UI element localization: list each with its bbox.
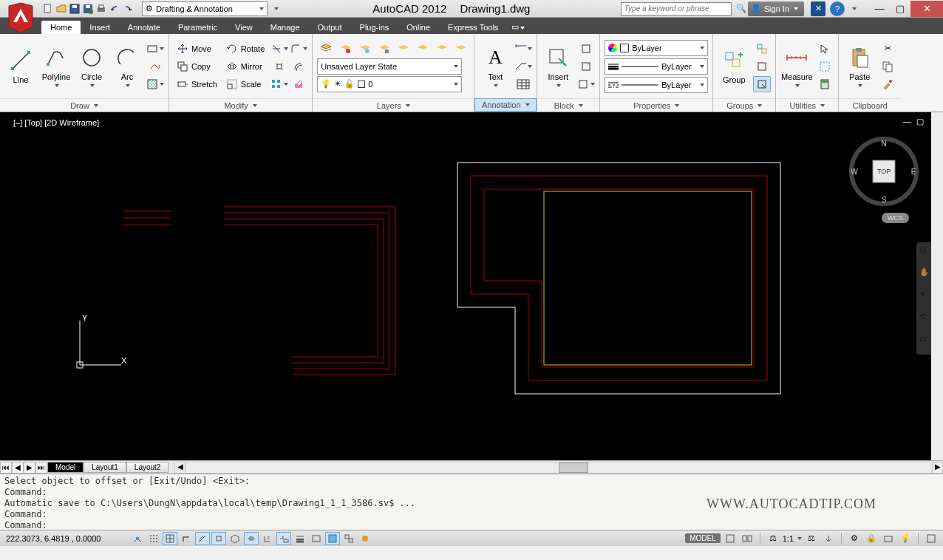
save-icon[interactable]	[68, 2, 81, 16]
offset-icon[interactable]	[290, 58, 307, 75]
workspace-selector[interactable]: ⚙ Drafting & Annotation	[142, 1, 268, 16]
status-ws-icon[interactable]: ⚙	[847, 532, 862, 545]
arc-tool[interactable]: Arc	[111, 41, 143, 92]
polyline-tool[interactable]: Polyline	[40, 41, 72, 92]
status-dyn-icon[interactable]	[276, 532, 291, 545]
panel-title-utilities[interactable]: Utilities	[776, 98, 838, 112]
status-polar-icon[interactable]	[195, 532, 210, 545]
select-icon[interactable]	[816, 41, 834, 57]
copy-tool[interactable]: Copy	[174, 58, 220, 75]
status-tpy-icon[interactable]	[309, 532, 324, 545]
layer-lock-icon[interactable]	[375, 41, 392, 57]
table-icon[interactable]	[514, 76, 532, 92]
status-isolate-icon[interactable]: 💡	[898, 532, 913, 545]
status-modelspace-icon[interactable]	[723, 532, 738, 545]
open-icon[interactable]	[55, 2, 68, 16]
tab-last-icon[interactable]: ⏭	[35, 462, 47, 474]
status-osnap-icon[interactable]	[211, 532, 226, 545]
calc-icon[interactable]	[816, 76, 834, 92]
minimize-button[interactable]: —	[869, 1, 890, 17]
help-dropdown[interactable]	[847, 2, 860, 16]
status-sc-icon[interactable]	[341, 532, 356, 545]
status-am-icon[interactable]	[358, 532, 372, 545]
command-window[interactable]: Select object to offset or [Exit/Undo] <…	[0, 474, 943, 530]
saveas-icon[interactable]	[81, 2, 95, 16]
status-clean-icon[interactable]	[924, 532, 939, 545]
layer-properties-icon[interactable]	[317, 41, 335, 57]
block-attr-icon[interactable]	[577, 76, 595, 92]
panel-title-groups[interactable]: Groups	[713, 98, 775, 112]
print-icon[interactable]	[95, 2, 108, 16]
matchprop-icon[interactable]	[879, 76, 896, 92]
line-tool[interactable]: Line	[4, 41, 37, 92]
rectangle-icon[interactable]	[146, 41, 164, 57]
qat-more-icon[interactable]	[269, 2, 282, 16]
status-3dosnap-icon[interactable]	[228, 532, 242, 545]
status-ortho-icon[interactable]	[179, 532, 194, 545]
layer-isolate-icon[interactable]	[452, 41, 469, 57]
tab-output[interactable]: Output	[309, 21, 351, 34]
current-layer-dropdown[interactable]: 💡 ☀ 🔓 0	[317, 76, 462, 92]
lineweight-dropdown[interactable]: ByLayer	[605, 58, 708, 75]
measure-tool[interactable]: Measure	[780, 41, 813, 92]
paste-tool[interactable]: Paste	[843, 41, 876, 92]
cut-icon[interactable]: ✂	[879, 41, 896, 57]
status-hardware-icon[interactable]	[881, 532, 896, 545]
layer-state-dropdown[interactable]: Unsaved Layer State	[317, 58, 462, 75]
status-qp-icon[interactable]	[325, 532, 340, 545]
layer-freeze-icon[interactable]	[355, 41, 373, 57]
trim-icon[interactable]	[270, 41, 288, 57]
new-icon[interactable]	[41, 2, 55, 16]
tab-next-icon[interactable]: ▶	[24, 462, 35, 474]
spline-icon[interactable]	[146, 58, 164, 75]
model-tab-layout1[interactable]: Layout1	[84, 462, 126, 473]
layer-previous-icon[interactable]	[432, 41, 450, 57]
panel-title-block[interactable]: Block	[537, 98, 599, 112]
undo-icon[interactable]	[108, 2, 121, 16]
tab-extra-icon[interactable]: ▭	[507, 20, 529, 34]
ungroup-icon[interactable]	[753, 41, 771, 57]
panel-title-layers[interactable]: Layers	[313, 98, 474, 112]
layer-plot-icon[interactable]	[394, 41, 412, 57]
rotate-tool[interactable]: Rotate	[223, 41, 268, 57]
layer-off-icon[interactable]	[336, 41, 354, 57]
status-infer-icon[interactable]	[130, 532, 145, 545]
tab-express[interactable]: Express Tools	[439, 21, 507, 34]
tab-parametric[interactable]: Parametric	[169, 21, 226, 34]
status-quickview-icon[interactable]	[740, 532, 755, 545]
group-select-icon[interactable]	[753, 76, 771, 92]
block-create-icon[interactable]	[577, 41, 595, 57]
panel-title-properties[interactable]: Properties	[600, 98, 712, 112]
drawing-area[interactable]: [–] [Top] [2D Wireframe] — ▢ ✕ Y X	[0, 112, 943, 460]
status-ducs-icon[interactable]: Z	[260, 532, 275, 545]
maximize-button[interactable]: ▢	[890, 1, 910, 17]
tab-plugins[interactable]: Plug-ins	[351, 21, 398, 34]
group-edit-icon[interactable]	[753, 58, 771, 75]
exchange-icon[interactable]: ✕	[811, 1, 825, 16]
dimension-icon[interactable]	[514, 41, 532, 57]
close-button[interactable]: ✕	[910, 1, 943, 17]
search-icon[interactable]: 🔍	[735, 2, 748, 16]
fillet-icon[interactable]	[290, 41, 307, 57]
layer-match-icon[interactable]	[413, 41, 431, 57]
signin-button[interactable]: 👤 Sign In	[748, 1, 804, 16]
copy-clip-icon[interactable]	[879, 58, 896, 75]
annotation-scale[interactable]: 1:1	[783, 534, 794, 543]
status-grid-icon[interactable]	[163, 532, 177, 545]
tab-insert[interactable]: Insert	[81, 21, 119, 34]
redo-icon[interactable]	[121, 2, 135, 16]
panel-title-draw[interactable]: Draw	[0, 98, 168, 112]
group-tool[interactable]: Group	[718, 41, 750, 92]
status-lock-icon[interactable]: 🔒	[864, 532, 879, 545]
explode-icon[interactable]	[270, 58, 288, 75]
text-tool[interactable]: A Text	[479, 41, 511, 92]
move-tool[interactable]: Move	[174, 41, 220, 57]
wcs-badge[interactable]: WCS	[882, 213, 909, 223]
panel-title-modify[interactable]: Modify	[169, 98, 312, 112]
status-annoscale-icon[interactable]: ⚖	[766, 532, 780, 545]
coordinates[interactable]: 222.3073, 6.4819 , 0.0000	[0, 534, 126, 543]
array-icon[interactable]	[270, 76, 288, 92]
linetype-dropdown[interactable]: ByLayer	[605, 77, 708, 93]
horizontal-scrollbar[interactable]: ◀ ▶	[174, 462, 943, 474]
app-logo[interactable]	[4, 1, 37, 34]
